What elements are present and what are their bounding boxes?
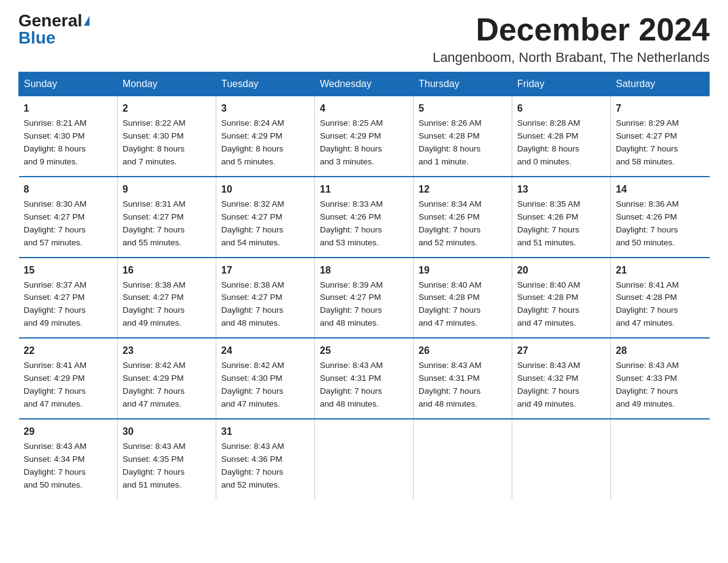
day-number: 1: [24, 101, 113, 116]
day-info: Sunrise: 8:32 AMSunset: 4:27 PMDaylight:…: [221, 199, 284, 247]
day-info: Sunrise: 8:29 AMSunset: 4:27 PMDaylight:…: [616, 118, 679, 166]
table-row: 13 Sunrise: 8:35 AMSunset: 4:26 PMDaylig…: [512, 177, 611, 258]
day-info: Sunrise: 8:43 AMSunset: 4:36 PMDaylight:…: [221, 442, 284, 489]
day-number: 18: [320, 263, 408, 278]
day-number: 30: [123, 424, 211, 439]
day-number: 11: [320, 182, 408, 197]
title-section: December 2024 Langenboom, North Brabant,…: [433, 12, 710, 66]
table-row: 5 Sunrise: 8:26 AMSunset: 4:28 PMDayligh…: [414, 96, 512, 177]
day-info: Sunrise: 8:36 AMSunset: 4:26 PMDaylight:…: [616, 199, 679, 247]
day-info: Sunrise: 8:30 AMSunset: 4:27 PMDaylight:…: [24, 199, 87, 247]
day-number: 28: [616, 343, 705, 358]
table-row: 12 Sunrise: 8:34 AMSunset: 4:26 PMDaylig…: [414, 177, 512, 258]
table-row: 19 Sunrise: 8:40 AMSunset: 4:28 PMDaylig…: [414, 258, 512, 339]
table-row: 8 Sunrise: 8:30 AMSunset: 4:27 PMDayligh…: [19, 177, 118, 258]
weekday-header-row: Sunday Monday Tuesday Wednesday Thursday…: [19, 72, 710, 96]
calendar-week-5: 29 Sunrise: 8:43 AMSunset: 4:34 PMDaylig…: [19, 419, 710, 499]
table-row: [414, 419, 512, 499]
table-row: 22 Sunrise: 8:41 AMSunset: 4:29 PMDaylig…: [19, 338, 118, 419]
day-number: 27: [517, 343, 605, 358]
logo-general: General: [18, 12, 89, 29]
table-row: 30 Sunrise: 8:43 AMSunset: 4:35 PMDaylig…: [118, 419, 216, 499]
day-info: Sunrise: 8:41 AMSunset: 4:28 PMDaylight:…: [616, 280, 679, 328]
day-info: Sunrise: 8:43 AMSunset: 4:32 PMDaylight:…: [517, 361, 580, 408]
day-info: Sunrise: 8:38 AMSunset: 4:27 PMDaylight:…: [221, 280, 284, 328]
table-row: 31 Sunrise: 8:43 AMSunset: 4:36 PMDaylig…: [216, 419, 315, 499]
day-number: 8: [24, 182, 113, 197]
day-info: Sunrise: 8:39 AMSunset: 4:27 PMDaylight:…: [320, 280, 383, 328]
header-saturday: Saturday: [611, 72, 710, 96]
day-number: 13: [517, 182, 605, 197]
day-info: Sunrise: 8:43 AMSunset: 4:34 PMDaylight:…: [24, 442, 87, 489]
table-row: 23 Sunrise: 8:42 AMSunset: 4:29 PMDaylig…: [118, 338, 216, 419]
table-row: 16 Sunrise: 8:38 AMSunset: 4:27 PMDaylig…: [118, 258, 216, 339]
calendar-week-1: 1 Sunrise: 8:21 AMSunset: 4:30 PMDayligh…: [19, 96, 710, 177]
day-number: 3: [221, 101, 309, 116]
day-info: Sunrise: 8:40 AMSunset: 4:28 PMDaylight:…: [517, 280, 580, 328]
day-info: Sunrise: 8:31 AMSunset: 4:27 PMDaylight:…: [123, 199, 186, 247]
day-number: 15: [24, 263, 113, 278]
month-title: December 2024: [433, 12, 710, 47]
day-info: Sunrise: 8:43 AMSunset: 4:35 PMDaylight:…: [123, 442, 186, 489]
day-number: 5: [419, 101, 507, 116]
day-info: Sunrise: 8:43 AMSunset: 4:31 PMDaylight:…: [320, 361, 383, 408]
table-row: [611, 419, 710, 499]
day-number: 7: [616, 101, 705, 116]
table-row: [512, 419, 611, 499]
day-number: 26: [419, 343, 507, 358]
table-row: 6 Sunrise: 8:28 AMSunset: 4:28 PMDayligh…: [512, 96, 611, 177]
location-title: Langenboom, North Brabant, The Netherlan…: [433, 50, 710, 66]
day-number: 29: [24, 424, 113, 439]
day-info: Sunrise: 8:38 AMSunset: 4:27 PMDaylight:…: [123, 280, 186, 328]
table-row: 11 Sunrise: 8:33 AMSunset: 4:26 PMDaylig…: [315, 177, 414, 258]
day-info: Sunrise: 8:43 AMSunset: 4:33 PMDaylight:…: [616, 361, 679, 408]
header-sunday: Sunday: [19, 72, 118, 96]
day-info: Sunrise: 8:25 AMSunset: 4:29 PMDaylight:…: [320, 118, 383, 166]
day-number: 17: [221, 263, 309, 278]
calendar-table: Sunday Monday Tuesday Wednesday Thursday…: [18, 72, 710, 499]
table-row: 4 Sunrise: 8:25 AMSunset: 4:29 PMDayligh…: [315, 96, 414, 177]
table-row: 18 Sunrise: 8:39 AMSunset: 4:27 PMDaylig…: [315, 258, 414, 339]
day-info: Sunrise: 8:43 AMSunset: 4:31 PMDaylight:…: [419, 361, 482, 408]
header-thursday: Thursday: [414, 72, 512, 96]
day-info: Sunrise: 8:28 AMSunset: 4:28 PMDaylight:…: [517, 118, 580, 166]
table-row: 20 Sunrise: 8:40 AMSunset: 4:28 PMDaylig…: [512, 258, 611, 339]
table-row: 17 Sunrise: 8:38 AMSunset: 4:27 PMDaylig…: [216, 258, 315, 339]
table-row: 26 Sunrise: 8:43 AMSunset: 4:31 PMDaylig…: [414, 338, 512, 419]
table-row: 1 Sunrise: 8:21 AMSunset: 4:30 PMDayligh…: [19, 96, 118, 177]
day-number: 31: [221, 424, 309, 439]
header-wednesday: Wednesday: [315, 72, 414, 96]
table-row: 9 Sunrise: 8:31 AMSunset: 4:27 PMDayligh…: [118, 177, 216, 258]
day-number: 10: [221, 182, 309, 197]
table-row: 25 Sunrise: 8:43 AMSunset: 4:31 PMDaylig…: [315, 338, 414, 419]
table-row: [315, 419, 414, 499]
day-number: 6: [517, 101, 605, 116]
day-info: Sunrise: 8:42 AMSunset: 4:29 PMDaylight:…: [123, 361, 186, 408]
calendar-week-3: 15 Sunrise: 8:37 AMSunset: 4:27 PMDaylig…: [19, 258, 710, 339]
day-number: 2: [123, 101, 211, 116]
day-info: Sunrise: 8:33 AMSunset: 4:26 PMDaylight:…: [320, 199, 383, 247]
day-number: 23: [123, 343, 211, 358]
logo: General Blue: [18, 12, 89, 47]
table-row: 24 Sunrise: 8:42 AMSunset: 4:30 PMDaylig…: [216, 338, 315, 419]
day-number: 21: [616, 263, 705, 278]
header-friday: Friday: [512, 72, 611, 96]
table-row: 21 Sunrise: 8:41 AMSunset: 4:28 PMDaylig…: [611, 258, 710, 339]
day-info: Sunrise: 8:42 AMSunset: 4:30 PMDaylight:…: [221, 361, 284, 408]
day-number: 25: [320, 343, 408, 358]
day-info: Sunrise: 8:22 AMSunset: 4:30 PMDaylight:…: [123, 118, 186, 166]
table-row: 27 Sunrise: 8:43 AMSunset: 4:32 PMDaylig…: [512, 338, 611, 419]
day-info: Sunrise: 8:24 AMSunset: 4:29 PMDaylight:…: [221, 118, 284, 166]
day-info: Sunrise: 8:34 AMSunset: 4:26 PMDaylight:…: [419, 199, 482, 247]
table-row: 29 Sunrise: 8:43 AMSunset: 4:34 PMDaylig…: [19, 419, 118, 499]
day-number: 16: [123, 263, 211, 278]
day-info: Sunrise: 8:35 AMSunset: 4:26 PMDaylight:…: [517, 199, 580, 247]
logo-blue: Blue: [18, 29, 56, 47]
table-row: 3 Sunrise: 8:24 AMSunset: 4:29 PMDayligh…: [216, 96, 315, 177]
calendar-week-4: 22 Sunrise: 8:41 AMSunset: 4:29 PMDaylig…: [19, 338, 710, 419]
day-info: Sunrise: 8:40 AMSunset: 4:28 PMDaylight:…: [419, 280, 482, 328]
day-number: 20: [517, 263, 605, 278]
day-number: 9: [123, 182, 211, 197]
day-info: Sunrise: 8:41 AMSunset: 4:29 PMDaylight:…: [24, 361, 87, 408]
day-number: 22: [24, 343, 113, 358]
